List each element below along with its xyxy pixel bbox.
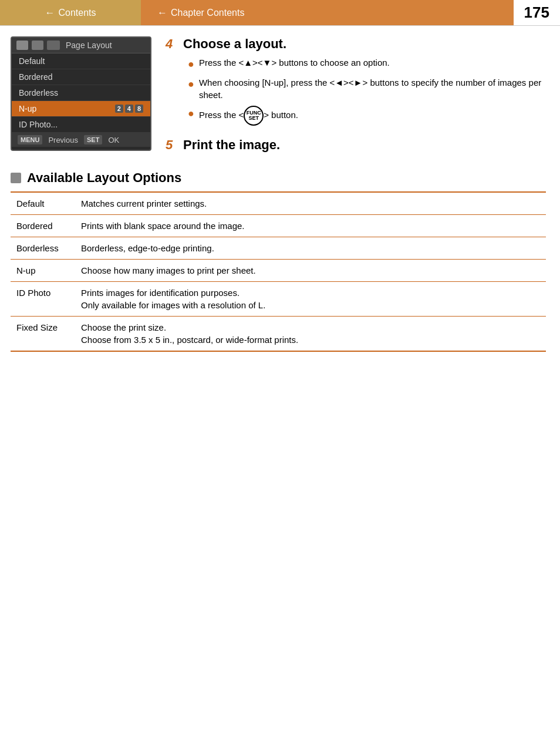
step-4: 4 Choose a layout. ● Press the <▲><▼> bu…	[166, 36, 546, 130]
camera-ui-footer: MENU Previous SET OK	[12, 133, 150, 147]
table-row-nup: N-up Choose how many images to print per…	[11, 260, 546, 282]
section-title: Available Layout Options	[27, 170, 181, 186]
row-desc-bordered: Prints with blank space around the image…	[75, 215, 546, 237]
row-name-default: Default	[11, 192, 75, 215]
row-desc-borderless: Borderless, edge-to-edge printing.	[75, 237, 546, 260]
ok-label: OK	[108, 136, 119, 144]
menu-item-default[interactable]: Default	[12, 53, 150, 69]
func-set-icon: FUNCSET	[244, 106, 264, 126]
contents-label: Contents	[58, 8, 96, 18]
row-name-nup: N-up	[11, 260, 75, 282]
row-name-fixedsize: Fixed Size	[11, 317, 75, 352]
previous-label: Previous	[48, 136, 78, 144]
section-title-row: Available Layout Options	[11, 170, 546, 186]
bullet-2-text: When choosing [N-up], press the <◄><►> b…	[199, 76, 546, 101]
nup-badge-4: 4	[125, 105, 133, 113]
page-layout-label: Page Layout	[66, 41, 112, 50]
step-5: 5 Print the image.	[166, 137, 546, 153]
contents-button[interactable]: ← Contents	[0, 0, 141, 25]
camera-ui-header: Page Layout	[12, 38, 150, 53]
set-button-badge: SET	[84, 135, 102, 144]
camera-icon-3	[47, 41, 60, 50]
nup-badge-group: 2 4 8	[115, 105, 143, 113]
table-row-fixedsize: Fixed Size Choose the print size.Choose …	[11, 317, 546, 352]
bullet-dot-3: ●	[188, 106, 194, 121]
menu-item-bordered[interactable]: Bordered	[12, 69, 150, 85]
menu-item-nup[interactable]: N-up 2 4 8	[12, 101, 150, 117]
table-row-bordered: Bordered Prints with blank space around …	[11, 215, 546, 237]
menu-button-badge: MENU	[18, 135, 42, 144]
step-4-title: Choose a layout.	[183, 36, 546, 52]
page-header: ← Contents ← Chapter Contents 175	[0, 0, 560, 26]
bullet-3: ● Press the <FUNCSET> button.	[188, 106, 546, 126]
step-5-title: Print the image.	[183, 137, 280, 153]
row-name-bordered: Bordered	[11, 215, 75, 237]
step-5-number: 5	[166, 137, 178, 153]
bullet-1: ● Press the <▲><▼> buttons to choose an …	[188, 56, 546, 72]
step-4-bullets: ● Press the <▲><▼> buttons to choose an …	[188, 56, 546, 126]
page-number: 175	[514, 0, 560, 25]
row-desc-idphoto: Prints images for identification purpose…	[75, 282, 546, 317]
bullet-1-text: Press the <▲><▼> buttons to choose an op…	[199, 56, 390, 69]
bullet-2: ● When choosing [N-up], press the <◄><►>…	[188, 76, 546, 101]
bullet-dot-2: ●	[188, 77, 194, 92]
row-desc-fixedsize: Choose the print size.Choose from 3.5 x …	[75, 317, 546, 352]
available-layout-section: Available Layout Options Default Matches…	[0, 170, 560, 366]
camera-ui-screenshot: Page Layout Default Bordered Borderless …	[11, 36, 151, 151]
menu-item-idphoto[interactable]: ID Photo...	[12, 117, 150, 133]
table-row-default: Default Matches current printer settings…	[11, 192, 546, 215]
layout-options-table: Default Matches current printer settings…	[11, 191, 546, 352]
nup-badge-8: 8	[135, 105, 143, 113]
camera-icon-2	[32, 41, 43, 50]
chapter-label: Chapter Contents	[171, 8, 244, 18]
bullet-dot-1: ●	[188, 57, 194, 72]
nup-badge-2: 2	[115, 105, 123, 113]
row-desc-nup: Choose how many images to print per shee…	[75, 260, 546, 282]
row-name-borderless: Borderless	[11, 237, 75, 260]
chapter-arrow-icon: ←	[157, 7, 167, 19]
bullet-3-text: Press the <FUNCSET> button.	[199, 106, 298, 126]
contents-arrow-icon: ←	[45, 7, 55, 19]
step-4-number: 4	[166, 36, 178, 52]
row-desc-default: Matches current printer settings.	[75, 192, 546, 215]
step-4-content: Choose a layout. ● Press the <▲><▼> butt…	[183, 36, 546, 130]
layout-menu-list: Default Bordered Borderless N-up 2 4 8 I…	[12, 53, 150, 133]
instructions-panel: 4 Choose a layout. ● Press the <▲><▼> bu…	[166, 36, 546, 160]
row-name-idphoto: ID Photo	[11, 282, 75, 317]
table-row-idphoto: ID Photo Prints images for identificatio…	[11, 282, 546, 317]
menu-item-borderless[interactable]: Borderless	[12, 85, 150, 101]
main-content: Page Layout Default Bordered Borderless …	[0, 26, 560, 170]
table-row-borderless: Borderless Borderless, edge-to-edge prin…	[11, 237, 546, 260]
chapter-contents-button[interactable]: ← Chapter Contents	[141, 0, 514, 25]
section-icon	[11, 173, 21, 183]
camera-icon-1	[16, 41, 28, 50]
